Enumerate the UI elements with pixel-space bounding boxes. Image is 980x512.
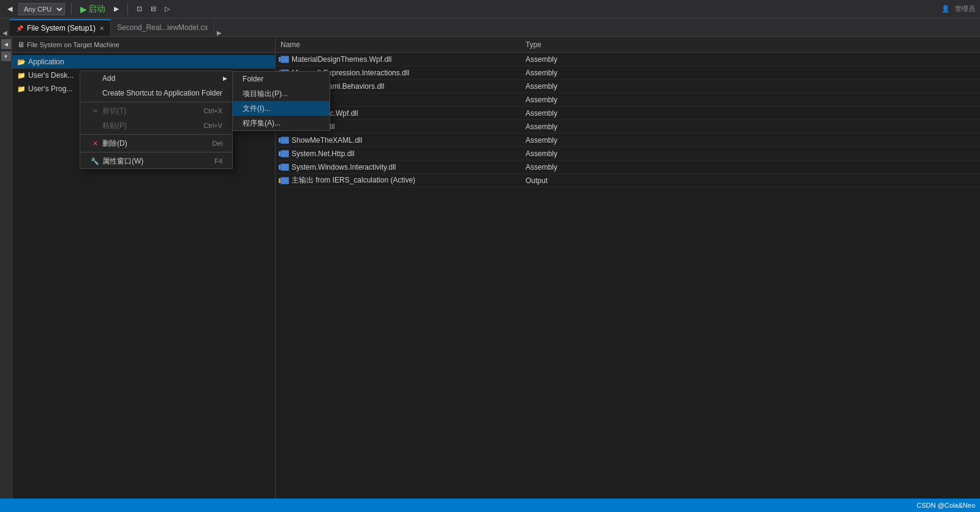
- tab-fs-setup1[interactable]: 📌 File System (Setup1) ✕: [10, 19, 111, 36]
- file-name-9: 主输出 from IERS_calculation (Active): [276, 175, 521, 186]
- user-icon: 👤: [941, 5, 950, 13]
- output-icon-9: [281, 177, 289, 184]
- submenu-proj-output[interactable]: 项目输出(P)...: [233, 86, 330, 101]
- file-type-2: Assembly: [521, 82, 980, 91]
- ctx-cut-label: 剪切(T): [102, 106, 126, 116]
- sep2: [127, 4, 128, 15]
- status-bar: CSDN @Cola&Neo: [0, 499, 980, 512]
- fs-panel: 🖥 File System on Target Machine 📂 Applic…: [12, 37, 276, 512]
- assembly-icon-8: [281, 164, 289, 171]
- status-right: CSDN @Cola&Neo: [916, 502, 975, 509]
- assembly-icon-7: [281, 150, 289, 157]
- ctx-cut-icon: ✂: [90, 107, 100, 115]
- file-type-6: Assembly: [521, 136, 980, 145]
- submenu-assembly-label: 程序集(A)...: [243, 118, 281, 129]
- fs-tree-header: 🖥 File System on Target Machine: [12, 37, 275, 53]
- folder-icon-desk: 📁: [17, 72, 26, 80]
- submenu: Folder 项目输出(P)... 文件(I)... 程序集(A)...: [232, 71, 330, 131]
- table-row[interactable]: Microsoft.Xaml.Behaviors.dll Assembly: [276, 80, 980, 93]
- ctx-sep1: [80, 102, 232, 102]
- file-name-8: System.Windows.Interactivity.dll: [276, 163, 521, 171]
- ctx-add-label: Add: [102, 74, 115, 83]
- folder-icon-prog: 📁: [17, 85, 26, 93]
- submenu-file-label: 文件(I)...: [243, 104, 270, 114]
- table-row[interactable]: MaterialDesignThemes.Wpf.dll Assembly: [276, 53, 980, 66]
- table-row[interactable]: Prism.dll Assembly: [276, 93, 980, 107]
- table-row[interactable]: System.Windows.Interactivity.dll Assembl…: [276, 160, 980, 174]
- extra-btn1[interactable]: ⊡: [134, 4, 145, 14]
- fs-item-application[interactable]: 📂 Application: [12, 55, 275, 69]
- tab-bar: ◀ 📌 File System (Setup1) ✕ Second_Real..…: [0, 18, 980, 37]
- tab-second-real[interactable]: Second_Real...iewModel.cs: [111, 19, 214, 36]
- file-list-panel: Name Type MaterialDesignThemes.Wpf.dll A…: [276, 37, 980, 512]
- toolbar-right: 👤 管理员: [941, 4, 975, 13]
- file-type-3: Assembly: [521, 96, 980, 104]
- fs-item-desk-label: User's Desk...: [28, 71, 74, 80]
- ctx-cut-shortcut: Ctrl+X: [203, 107, 222, 115]
- ctx-sep3: [80, 152, 232, 152]
- tab-fs-label: File System (Setup1): [27, 24, 96, 32]
- extra-btn3[interactable]: ▷: [162, 4, 172, 14]
- ctx-delete-icon: ✕: [90, 140, 100, 148]
- table-row[interactable]: System.Net.Http.dll Assembly: [276, 147, 980, 160]
- file-type-1: Assembly: [521, 69, 980, 77]
- ctx-create-shortcut[interactable]: Create Shortcut to Application Folder: [80, 86, 232, 100]
- extra-btn2[interactable]: ⊟: [148, 4, 159, 14]
- file-type-5: Assembly: [521, 122, 980, 131]
- fs-item-prog-label: User's Prog...: [28, 85, 72, 93]
- main-area: ◀ ▼ 🖥 File System on Target Machine 📂 Ap…: [0, 37, 980, 512]
- status-text: CSDN @Cola&Neo: [916, 502, 975, 509]
- table-row[interactable]: Prism.DryIoc.Wpf.dll Assembly: [276, 107, 980, 120]
- submenu-file[interactable]: 文件(I)...: [233, 101, 330, 116]
- tab-second-label: Second_Real...iewModel.cs: [117, 23, 208, 32]
- start-button[interactable]: ▶ 启动: [78, 2, 108, 16]
- submenu-proj-label: 项目输出(P)...: [243, 89, 288, 99]
- toolbar: ◀ Any CPU ▶ 启动 ▶ ⊡ ⊟ ▷ 👤 管理员: [0, 0, 980, 18]
- ctx-delete[interactable]: ✕ 删除(D) Del: [80, 136, 232, 151]
- ctx-paste-shortcut: Ctrl+V: [203, 122, 222, 129]
- ctx-paste: 粘贴(P) Ctrl+V: [80, 118, 232, 133]
- file-type-0: Assembly: [521, 55, 980, 64]
- file-list-header: Name Type: [276, 37, 980, 53]
- table-row[interactable]: Prism.Wpf.dll Assembly: [276, 120, 980, 134]
- ctx-properties[interactable]: 🔧 属性窗口(W) F4: [80, 154, 232, 168]
- left-sidebar: ◀ ▼: [0, 37, 12, 512]
- ctx-props-icon: 🔧: [90, 157, 100, 165]
- ctx-delete-shortcut: Del: [213, 140, 223, 147]
- assembly-icon-0: [281, 56, 289, 63]
- file-type-8: Assembly: [521, 163, 980, 171]
- back-button[interactable]: ◀: [5, 4, 15, 14]
- table-row[interactable]: 主输出 from IERS_calculation (Active) Outpu…: [276, 174, 980, 187]
- submenu-folder-label: Folder: [243, 75, 263, 83]
- sep1: [71, 4, 72, 15]
- col-header-type: Type: [521, 40, 980, 49]
- file-type-9: Output: [521, 176, 980, 185]
- sidebar-btn-bottom[interactable]: ▼: [1, 51, 11, 61]
- sidebar-btn-top[interactable]: ◀: [1, 39, 11, 49]
- toolbar-left: ◀ Any CPU ▶ 启动 ▶ ⊡ ⊟ ▷: [5, 2, 941, 16]
- ctx-props-shortcut: F4: [214, 157, 222, 165]
- context-menu: Add Folder 项目输出(P)... 文件(I)... 程序集(A)...: [80, 70, 233, 169]
- tab-pin-icon: 📌: [16, 25, 23, 32]
- tab-scroll-left[interactable]: ◀: [0, 29, 10, 36]
- file-name-0: MaterialDesignThemes.Wpf.dll: [276, 55, 521, 64]
- table-row[interactable]: Microsoft.Expression.Interactions.dll As…: [276, 66, 980, 80]
- ctx-add[interactable]: Add Folder 项目输出(P)... 文件(I)... 程序集(A)...: [80, 71, 232, 86]
- table-row[interactable]: ShowMeTheXAML.dll Assembly: [276, 134, 980, 147]
- step-button[interactable]: ▶: [111, 4, 121, 14]
- ctx-props-label: 属性窗口(W): [102, 156, 143, 167]
- manager-label: 管理员: [955, 4, 975, 13]
- tab-scroll-right[interactable]: ▶: [214, 29, 224, 36]
- ctx-sep2: [80, 134, 232, 135]
- file-name-6: ShowMeTheXAML.dll: [276, 136, 521, 145]
- folder-open-icon: 📂: [17, 58, 26, 66]
- cpu-select[interactable]: Any CPU: [18, 3, 65, 15]
- ctx-paste-label: 粘贴(P): [102, 121, 127, 131]
- ctx-cut: ✂ 剪切(T) Ctrl+X: [80, 104, 232, 118]
- tab-fs-close[interactable]: ✕: [99, 25, 104, 32]
- submenu-folder[interactable]: Folder: [233, 72, 330, 86]
- submenu-assembly[interactable]: 程序集(A)...: [233, 116, 330, 130]
- fs-header-icon: 🖥: [17, 40, 24, 49]
- file-name-7: System.Net.Http.dll: [276, 149, 521, 158]
- assembly-icon-6: [281, 137, 289, 144]
